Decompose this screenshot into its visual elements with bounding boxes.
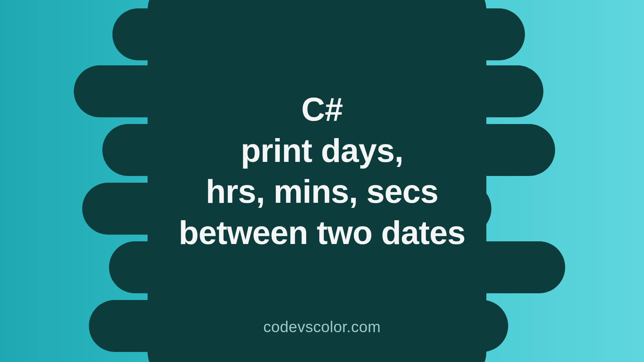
attribution-text: codevscolor.com [0,318,644,336]
banner-content: C# print days, hrs, mins, secs between t… [0,0,644,362]
banner-title: C# print days, hrs, mins, secs between t… [179,89,465,253]
